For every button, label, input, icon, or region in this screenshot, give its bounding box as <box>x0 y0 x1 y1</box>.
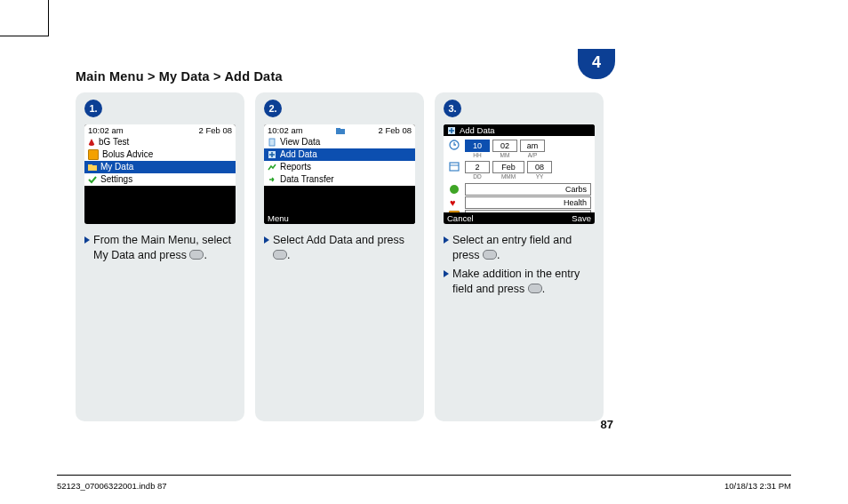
label-ap: A/P <box>520 152 545 158</box>
heart-icon: ♥ <box>450 198 459 207</box>
transfer-icon <box>268 175 276 184</box>
instruction-list: Select an entry field and press . Make a… <box>444 233 595 297</box>
page-number: 87 <box>578 418 613 431</box>
date-entry-row: 2DD FebMMM 08YY <box>444 161 595 182</box>
crop-mark-vertical <box>48 0 49 36</box>
menu-label: My Data <box>100 161 133 173</box>
ok-button-icon <box>189 250 204 260</box>
add-icon <box>447 126 456 135</box>
menu-label: bG Test <box>99 136 129 148</box>
menu-item-bolus-advice: Bolus Advice <box>84 148 236 161</box>
blood-drop-icon <box>88 139 95 146</box>
svg-rect-3 <box>336 128 340 130</box>
menu-label: Data Transfer <box>280 173 334 186</box>
menu-item-add-data: Add Data <box>264 148 415 161</box>
field-yy: 08 <box>527 161 552 173</box>
field-dd: 2 <box>465 161 490 173</box>
menu-label: Reports <box>280 161 311 173</box>
bullet-icon <box>84 236 90 244</box>
add-icon <box>268 150 276 159</box>
soft-key-bar: Cancel Save <box>444 212 595 224</box>
ok-button-icon <box>273 250 287 260</box>
soft-key-left: Cancel <box>447 213 474 223</box>
bullet-icon <box>444 236 449 244</box>
step-card-3: 3. Add Data 10HH <box>435 92 604 421</box>
step-badge: 2. <box>264 100 282 117</box>
apple-icon <box>450 185 459 194</box>
calendar-icon <box>447 161 461 172</box>
status-date: 2 Feb 08 <box>199 125 233 135</box>
soft-key-left: Menu <box>268 213 289 223</box>
menu-label: Settings <box>100 173 132 186</box>
status-time: 10:02 am <box>268 125 303 135</box>
menu-item-reports: Reports <box>264 161 415 173</box>
instruction-text: From the Main Menu, select My Data and p… <box>93 233 236 263</box>
label-mmm: MMM <box>492 173 524 180</box>
label-dd: DD <box>465 173 490 180</box>
footer-timestamp: 10/18/13 2:31 PM <box>724 481 791 491</box>
field-health: Health <box>465 196 591 209</box>
step-badge: 3. <box>444 100 461 117</box>
field-ap: am <box>520 140 545 152</box>
document-icon <box>268 138 276 147</box>
soft-key-right: Save <box>572 213 591 223</box>
device-screen-3: Add Data 10HH 02MM amA/P <box>444 124 595 224</box>
step-card-2: 2. 10:02 am 2 Feb 08 View Data <box>255 92 424 421</box>
step-cards: 1. 10:02 am 2 Feb 08 bG Test Bolus Advic… <box>76 92 618 421</box>
instruction-text: Make addition in the entry field and pre… <box>452 267 595 297</box>
instruction-text: Select Add Data and press . <box>273 233 415 263</box>
folder-icon <box>88 163 97 172</box>
step-badge: 1. <box>84 100 102 117</box>
title-bar: Add Data <box>444 124 595 136</box>
menu-item-data-transfer: Data Transfer <box>264 173 415 186</box>
menu-label: Add Data <box>280 148 317 161</box>
bullet-icon <box>264 236 269 244</box>
field-mmm: Feb <box>492 161 524 173</box>
folder-icon <box>336 126 345 135</box>
svg-rect-1 <box>88 164 92 166</box>
breadcrumb: Main Menu > My Data > Add Data <box>76 69 618 84</box>
instruction-text: Select an entry field and press . <box>452 233 595 263</box>
menu-item-my-data: My Data <box>84 161 236 173</box>
footer-slug: 52123_07006322001.indb 87 10/18/13 2:31 … <box>57 475 791 491</box>
screen-title: Add Data <box>460 125 495 135</box>
check-icon <box>88 175 97 184</box>
label-mm: MM <box>492 152 517 158</box>
instruction: Select Add Data and press . <box>264 233 415 263</box>
bullet-icon <box>444 270 449 277</box>
menu-label: Bolus Advice <box>102 148 153 161</box>
menu-item-bgtest: bG Test <box>84 136 236 148</box>
entry-row-health: ♥ Health <box>444 196 595 209</box>
step-card-1: 1. 10:02 am 2 Feb 08 bG Test Bolus Advic… <box>76 92 244 421</box>
footer-file: 52123_07006322001.indb 87 <box>57 481 167 491</box>
instruction: Select an entry field and press . <box>444 233 595 263</box>
time-entry-row: 10HH 02MM amA/P <box>444 138 595 161</box>
ok-button-icon <box>483 250 497 260</box>
field-hh: 10 <box>465 140 490 152</box>
status-bar: 10:02 am 2 Feb 08 <box>264 124 415 136</box>
svg-rect-8 <box>450 163 459 171</box>
device-screen-2: 10:02 am 2 Feb 08 View Data <box>264 124 415 224</box>
field-mm: 02 <box>492 140 517 152</box>
status-date: 2 Feb 08 <box>379 125 412 135</box>
instruction-list: Select Add Data and press . <box>264 233 415 263</box>
clock-icon <box>447 140 461 150</box>
crop-mark-horizontal <box>0 36 49 36</box>
label-hh: HH <box>465 152 490 158</box>
instruction: From the Main Menu, select My Data and p… <box>84 233 236 263</box>
instruction: Make addition in the entry field and pre… <box>444 267 595 297</box>
svg-rect-4 <box>269 139 275 146</box>
menu-item-view-data: View Data <box>264 136 415 148</box>
bolus-icon <box>88 149 99 160</box>
label-yy: YY <box>527 173 552 180</box>
status-time: 10:02 am <box>88 125 124 135</box>
ok-button-icon <box>528 284 542 293</box>
menu-item-settings: Settings <box>84 173 236 186</box>
soft-key-bar: Menu <box>264 212 415 224</box>
status-bar: 10:02 am 2 Feb 08 <box>84 124 236 136</box>
instruction-list: From the Main Menu, select My Data and p… <box>84 233 236 263</box>
device-screen-1: 10:02 am 2 Feb 08 bG Test Bolus Advice <box>84 124 236 224</box>
menu-label: View Data <box>280 136 320 148</box>
chart-icon <box>268 163 276 172</box>
field-carbs: Carbs <box>465 183 591 196</box>
